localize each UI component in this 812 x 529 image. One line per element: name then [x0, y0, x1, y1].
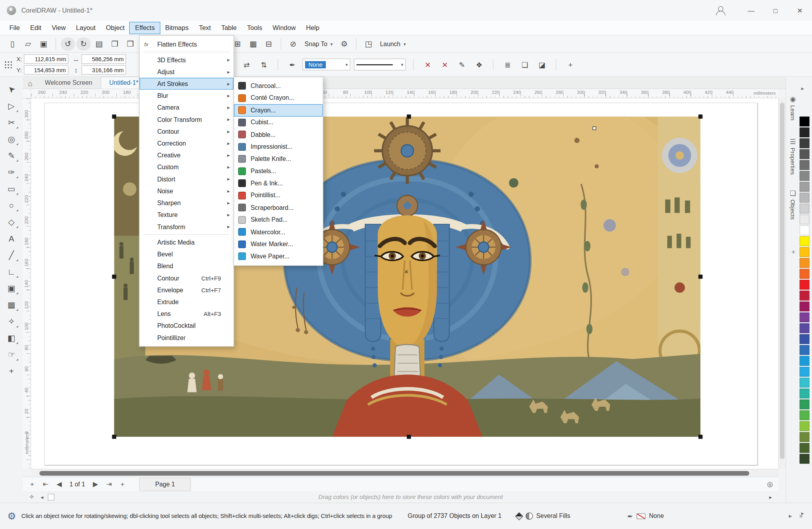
object-order-icon[interactable]: ◪: [535, 58, 549, 71]
artistic-media-tool[interactable]: ✑: [4, 165, 19, 180]
submenu-item-dabble[interactable]: Dabble...: [234, 129, 323, 141]
palette-swatch[interactable]: [799, 225, 809, 235]
layers-icon[interactable]: ❏: [518, 58, 532, 71]
snap-off-icon[interactable]: ⊘: [286, 37, 301, 50]
menu-help[interactable]: Help: [301, 22, 325, 34]
first-page-icon[interactable]: ⇤: [39, 478, 52, 491]
selection-handle-top-right[interactable]: [698, 114, 703, 119]
submenu-item-scraperboard[interactable]: Scraperboard...: [234, 202, 323, 214]
interactive-fill-tool[interactable]: ☞: [4, 347, 19, 362]
account-icon[interactable]: [715, 6, 725, 15]
zoom-page-icon[interactable]: ◎: [764, 478, 777, 491]
menu-item-color-transform[interactable]: Color Transform▸: [140, 114, 233, 125]
menu-item-texture[interactable]: Texture▸: [140, 209, 233, 221]
transparency-tool[interactable]: ▦: [4, 297, 19, 312]
flip-vertical-icon[interactable]: ⇅: [257, 58, 271, 71]
menu-object[interactable]: Object: [101, 22, 130, 34]
submenu-item-pastels[interactable]: Pastels...: [234, 165, 323, 177]
connector-tool[interactable]: ∟: [4, 264, 19, 279]
submenu-item-impressionist[interactable]: Impressionist...: [234, 141, 323, 153]
selection-handle-bottom-middle[interactable]: [407, 435, 411, 439]
vertical-scrollbar-thumb[interactable]: [780, 103, 784, 459]
palette-swatch[interactable]: [799, 291, 809, 301]
menu-item-contour[interactable]: Contour▸: [140, 125, 233, 137]
menu-table[interactable]: Table: [216, 22, 242, 34]
palette-swatch[interactable]: [799, 127, 809, 137]
menu-item-adjust[interactable]: Adjust▸: [140, 66, 233, 78]
menu-item-camera[interactable]: Camera▸: [140, 101, 233, 113]
horizontal-scrollbar[interactable]: [31, 469, 778, 477]
palette-swatch[interactable]: [799, 182, 809, 192]
tab-welcome-screen[interactable]: Welcome Screen: [37, 77, 101, 89]
flip-horizontal-icon[interactable]: ⇄: [240, 58, 253, 71]
palette-swatch[interactable]: [799, 323, 809, 333]
menu-item-photococktail[interactable]: PhotoCocktail: [140, 320, 233, 331]
new-document-icon[interactable]: ▯: [5, 37, 20, 50]
menu-item-noise[interactable]: Noise▸: [140, 185, 233, 197]
show-grid-icon[interactable]: ▦: [246, 37, 261, 50]
menu-item-correction[interactable]: Correction▸: [140, 137, 233, 149]
docker-collapse-icon[interactable]: ▸: [801, 85, 804, 92]
add-page-button-2[interactable]: +: [116, 478, 129, 491]
open-icon[interactable]: ▱: [21, 37, 35, 50]
x-position-input[interactable]: 112,815 mm: [24, 54, 69, 64]
undo-icon[interactable]: ↺: [61, 37, 75, 50]
submenu-item-palette-knife[interactable]: Palette Knife...: [234, 153, 323, 165]
submenu-item-sketch-pad[interactable]: Sketch Pad...: [234, 214, 323, 226]
palette-swatch[interactable]: [799, 204, 809, 213]
empty-document-swatch[interactable]: [48, 493, 54, 500]
edit-node-marker[interactable]: [593, 126, 596, 130]
menu-view[interactable]: View: [47, 22, 71, 34]
menu-item-creative[interactable]: Creative▸: [140, 149, 233, 161]
palette-swatch[interactable]: [799, 247, 809, 257]
vertical-scrollbar[interactable]: [778, 99, 786, 469]
menu-edit[interactable]: Edit: [25, 22, 47, 34]
menu-item-distort[interactable]: Distort▸: [140, 173, 233, 185]
maximize-button[interactable]: □: [763, 0, 788, 21]
print-icon[interactable]: ▤: [92, 37, 106, 50]
copy-icon[interactable]: ❐: [107, 37, 122, 50]
menu-effects[interactable]: Effects: [130, 22, 160, 34]
rectangle-tool[interactable]: ▭: [4, 181, 19, 196]
submenu-item-pointillist[interactable]: Pointillist...: [234, 189, 323, 202]
palette-swatch[interactable]: [799, 301, 809, 311]
close-button[interactable]: ✕: [788, 0, 812, 21]
text-wrap-icon[interactable]: ≣: [501, 58, 514, 71]
palette-overflow-icon[interactable]: ▸: [789, 512, 792, 520]
remove-fill-icon[interactable]: ✕: [438, 58, 452, 71]
polygon-tool[interactable]: ◇: [4, 215, 19, 230]
menu-item-transform[interactable]: Transform▸: [140, 221, 233, 233]
palette-swatch[interactable]: [799, 258, 809, 268]
line-style-combo[interactable]: ▾: [354, 58, 406, 70]
launch-dropdown[interactable]: Launch ▾: [377, 37, 409, 50]
menu-tools[interactable]: Tools: [242, 22, 267, 34]
frame-tool[interactable]: ▣: [4, 281, 19, 296]
menu-item-envelope[interactable]: EnvelopeCtrl+F7: [140, 284, 233, 296]
pick-tool[interactable]: ➤: [4, 82, 19, 97]
options-gear-icon[interactable]: ⚙: [337, 37, 351, 50]
text-tool[interactable]: A: [4, 231, 19, 246]
line-tool[interactable]: ╱: [4, 248, 19, 263]
paste-icon[interactable]: ❒: [123, 37, 138, 50]
submenu-item-crayon[interactable]: Crayon...: [234, 104, 323, 116]
ellipse-tool[interactable]: ○: [4, 198, 19, 213]
selection-handle-middle-left[interactable]: [112, 275, 116, 279]
submenu-item-pen-ink[interactable]: Pen & Ink...: [234, 177, 323, 189]
palette-swatch[interactable]: [799, 356, 809, 366]
palette-scroll-right-icon[interactable]: ▸: [767, 492, 774, 502]
freehand-tool[interactable]: ✎: [4, 148, 19, 163]
palette-swatch[interactable]: [799, 378, 809, 387]
submenu-item-cubist[interactable]: Cubist...: [234, 116, 323, 129]
fill-tool[interactable]: ◧: [4, 331, 19, 346]
palette-swatch[interactable]: [799, 117, 809, 127]
palette-swatch[interactable]: [799, 312, 809, 322]
show-guidelines-icon[interactable]: ⊟: [261, 37, 276, 50]
palette-swatch[interactable]: [799, 280, 809, 290]
palette-swatch[interactable]: [799, 421, 809, 431]
add-property-icon[interactable]: +: [564, 58, 577, 71]
horizontal-scrollbar-thumb[interactable]: [39, 471, 749, 476]
menu-item-art-strokes[interactable]: Art Strokes▸: [140, 78, 233, 90]
previous-page-icon[interactable]: ◀: [53, 478, 65, 491]
menu-item-extrude[interactable]: Extrude: [140, 296, 233, 308]
selection-handle-top-middle[interactable]: [407, 114, 411, 119]
